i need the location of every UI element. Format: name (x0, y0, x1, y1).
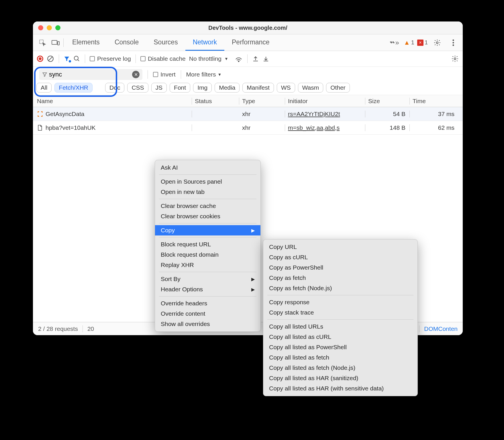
network-conditions-icon[interactable] (235, 55, 243, 62)
tab-performance[interactable]: Performance (224, 34, 277, 51)
pill-other[interactable]: Other (326, 83, 350, 93)
submenu-item[interactable]: Copy all listed as HAR (with sensitive d… (263, 383, 417, 394)
submenu-item[interactable]: Copy stack trace (263, 307, 417, 318)
clear-filter-icon[interactable]: ✕ (132, 71, 140, 78)
pill-js[interactable]: JS (151, 83, 167, 93)
settings-gear-icon[interactable] (432, 38, 442, 48)
more-filters-dropdown[interactable]: More filters ▼ (186, 71, 222, 78)
inspect-icon[interactable] (38, 38, 47, 48)
errors-badge[interactable]: ×1 (417, 39, 428, 46)
separator (247, 54, 248, 63)
chevron-right-icon: ▶ (251, 276, 255, 282)
pill-wasm[interactable]: Wasm (298, 83, 323, 93)
submenu-item[interactable]: Copy all listed as fetch (Node.js) (263, 363, 417, 373)
context-menu: Ask AI Open in Sources panel Open in new… (155, 160, 261, 332)
search-icon[interactable] (73, 55, 80, 62)
menu-separator (267, 295, 413, 295)
menu-block-url[interactable]: Block request URL (155, 239, 260, 250)
submenu-item[interactable]: Copy as fetch (Node.js) (263, 283, 417, 293)
kebab-menu-icon[interactable] (448, 38, 458, 48)
menu-separator (159, 199, 256, 199)
upload-har-icon[interactable] (252, 55, 259, 62)
submenu-item[interactable]: Copy URL (263, 242, 417, 252)
fetch-icon (37, 111, 43, 117)
tab-network[interactable]: Network (185, 34, 224, 51)
col-time[interactable]: Time (410, 98, 458, 105)
device-toggle-icon[interactable] (51, 38, 60, 48)
pill-manifest[interactable]: Manifest (242, 83, 274, 93)
submenu-item[interactable]: Copy as cURL (263, 252, 417, 262)
initiator-link[interactable]: m=sb_wiz,aa,abd,s (285, 124, 365, 131)
table-row[interactable]: hpba?vet=10ahUK xhr m=sb_wiz,aa,abd,s 14… (33, 121, 463, 135)
devtools-window: DevTools - www.google.com/ Elements Cons… (33, 21, 463, 335)
menu-clear-cookies[interactable]: Clear browser cookies (155, 211, 260, 221)
submenu-item[interactable]: Copy all listed as cURL (263, 332, 417, 342)
menu-replay-xhr[interactable]: Replay XHR (155, 260, 260, 270)
col-type[interactable]: Type (239, 98, 285, 105)
highlight-annotation (34, 67, 117, 97)
submenu-item[interactable]: Copy response (263, 297, 417, 307)
preserve-log-checkbox[interactable]: Preserve log (90, 55, 131, 62)
menu-separator (159, 223, 256, 223)
separator (59, 54, 59, 63)
size-cell: 148 B (365, 124, 410, 131)
tab-elements[interactable]: Elements (65, 34, 107, 51)
menu-clear-cache[interactable]: Clear browser cache (155, 201, 260, 211)
pill-font[interactable]: Font (170, 83, 190, 93)
network-settings-gear-icon[interactable] (451, 55, 459, 62)
clear-button[interactable] (47, 55, 54, 62)
submenu-item[interactable]: Copy as PowerShell (263, 262, 417, 273)
type-cell: xhr (239, 111, 285, 117)
separator (63, 38, 64, 47)
download-har-icon[interactable] (262, 55, 269, 62)
menu-separator (159, 237, 256, 237)
svg-point-9 (74, 56, 78, 60)
col-status[interactable]: Status (192, 98, 239, 105)
menu-copy[interactable]: Copy▶ (155, 225, 260, 235)
menu-override-content[interactable]: Override content (155, 309, 260, 319)
col-initiator[interactable]: Initiator (285, 98, 365, 105)
table-row[interactable]: GetAsyncData xhr rs=AA2YrTtDjKIU2t 54 B … (33, 107, 463, 121)
titlebar: DevTools - www.google.com/ (33, 21, 463, 34)
menu-header-options[interactable]: Header Options▶ (155, 284, 260, 294)
initiator-link[interactable]: rs=AA2YrTtDjKIU2t (285, 111, 365, 117)
domcontentloaded-label: DOMConten (424, 325, 458, 332)
col-name[interactable]: Name (33, 98, 192, 105)
invert-checkbox[interactable]: Invert (153, 71, 176, 78)
svg-line-8 (49, 57, 52, 61)
record-button[interactable] (37, 56, 43, 62)
document-icon (37, 125, 43, 131)
request-name: GetAsyncData (46, 111, 84, 117)
menu-sort-by[interactable]: Sort By▶ (155, 274, 260, 284)
separator (83, 325, 83, 332)
pill-media[interactable]: Media (215, 83, 240, 93)
submenu-item[interactable]: Copy all listed URLs (263, 321, 417, 332)
separator (136, 54, 136, 63)
pill-ws[interactable]: WS (277, 83, 295, 93)
submenu-item[interactable]: Copy all listed as HAR (sanitized) (263, 373, 417, 383)
more-tabs-icon[interactable]: » (389, 38, 399, 48)
window-title: DevTools - www.google.com/ (33, 25, 463, 31)
disable-cache-checkbox[interactable]: Disable cache (140, 55, 186, 62)
throttling-dropdown[interactable]: No throttling▼ (189, 55, 228, 62)
svg-rect-1 (52, 40, 57, 44)
menu-block-domain[interactable]: Block request domain (155, 250, 260, 260)
submenu-item[interactable]: Copy all listed as PowerShell (263, 342, 417, 352)
tab-sources[interactable]: Sources (146, 34, 185, 51)
pill-css[interactable]: CSS (127, 83, 148, 93)
submenu-item[interactable]: Copy as fetch (263, 273, 417, 283)
separator (181, 70, 181, 79)
tab-console[interactable]: Console (107, 34, 146, 51)
col-size[interactable]: Size (365, 98, 410, 105)
panel-tabs: Elements Console Sources Network Perform… (33, 34, 463, 51)
warnings-badge[interactable]: ▲1 (404, 39, 414, 46)
filter-toggle-icon[interactable] (64, 56, 70, 62)
menu-show-overrides[interactable]: Show all overrides (155, 319, 260, 329)
menu-open-sources[interactable]: Open in Sources panel (155, 176, 260, 187)
menu-ask-ai[interactable]: Ask AI (155, 162, 260, 173)
menu-open-new-tab[interactable]: Open in new tab (155, 187, 260, 197)
menu-override-headers[interactable]: Override headers (155, 298, 260, 309)
pill-img[interactable]: Img (193, 83, 212, 93)
submenu-item[interactable]: Copy all listed as fetch (263, 352, 417, 363)
svg-point-6 (452, 44, 454, 46)
